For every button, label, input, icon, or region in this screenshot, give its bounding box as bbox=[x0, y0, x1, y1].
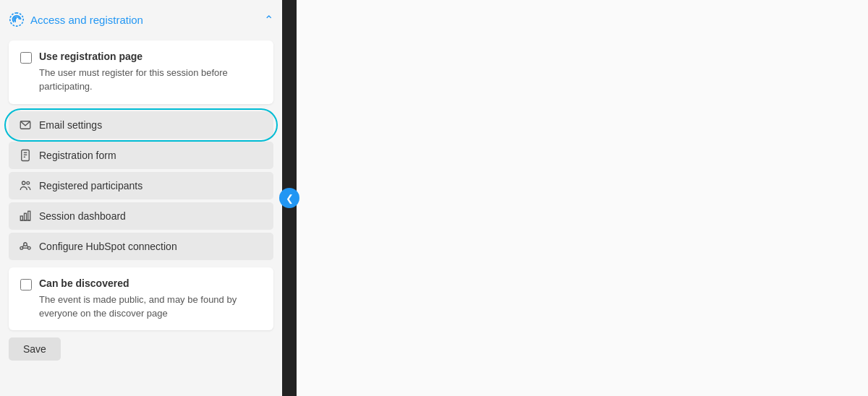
can-be-discovered-desc: The event is made public, and may be fou… bbox=[39, 293, 262, 321]
email-icon bbox=[19, 119, 32, 132]
svg-line-14 bbox=[27, 245, 28, 246]
section-header: Access and registration ⌃ bbox=[9, 9, 273, 33]
svg-rect-8 bbox=[25, 213, 27, 220]
chevron-up-icon[interactable]: ⌃ bbox=[264, 13, 273, 27]
use-registration-checkbox[interactable] bbox=[20, 52, 32, 64]
menu-item-email-settings-label: Email settings bbox=[39, 119, 102, 131]
use-registration-desc: The user must register for this session … bbox=[39, 66, 262, 94]
menu-item-session-dashboard-label: Session dashboard bbox=[39, 210, 126, 222]
svg-rect-9 bbox=[28, 211, 30, 220]
svg-point-13 bbox=[20, 246, 23, 249]
svg-point-11 bbox=[24, 242, 27, 246]
svg-point-12 bbox=[27, 246, 30, 249]
can-be-discovered-checkbox[interactable] bbox=[20, 279, 32, 290]
can-be-discovered-row: Can be discovered The event is made publ… bbox=[20, 277, 262, 321]
collapse-icon: ❮ bbox=[286, 193, 294, 204]
menu-item-registration-form-label: Registration form bbox=[39, 150, 116, 161]
menu-list: Email settings Registration form Registe… bbox=[9, 111, 273, 260]
svg-rect-1 bbox=[22, 150, 30, 160]
section-title: Access and registration bbox=[9, 12, 143, 27]
document-icon bbox=[19, 149, 32, 162]
menu-item-configure-hubspot-label: Configure HubSpot connection bbox=[39, 241, 177, 252]
use-registration-row: Use registration page The user must regi… bbox=[20, 51, 262, 94]
left-panel: Access and registration ⌃ Use registrati… bbox=[0, 0, 282, 396]
svg-rect-7 bbox=[20, 216, 22, 220]
can-be-discovered-title: Can be discovered bbox=[39, 277, 262, 289]
svg-point-5 bbox=[22, 181, 26, 185]
menu-item-registration-form[interactable]: Registration form bbox=[9, 142, 273, 169]
section-title-text: Access and registration bbox=[30, 14, 143, 26]
use-registration-title: Use registration page bbox=[39, 51, 262, 62]
svg-line-15 bbox=[22, 245, 24, 246]
divider-panel: ❮ bbox=[282, 0, 297, 396]
right-panel bbox=[297, 0, 868, 396]
menu-item-registered-participants[interactable]: Registered participants bbox=[9, 172, 273, 199]
menu-item-registered-participants-label: Registered participants bbox=[39, 180, 142, 191]
svg-point-6 bbox=[27, 181, 30, 184]
collapse-panel-button[interactable]: ❮ bbox=[279, 188, 299, 208]
use-registration-card: Use registration page The user must regi… bbox=[9, 40, 273, 104]
can-be-discovered-card: Can be discovered The event is made publ… bbox=[9, 267, 273, 331]
fingerprint-icon bbox=[9, 12, 25, 27]
hubspot-icon bbox=[19, 240, 32, 253]
chart-icon bbox=[19, 210, 32, 223]
save-button[interactable]: Save bbox=[9, 337, 61, 361]
menu-item-session-dashboard[interactable]: Session dashboard bbox=[9, 202, 273, 230]
people-icon bbox=[19, 179, 32, 192]
menu-item-email-settings[interactable]: Email settings bbox=[9, 111, 273, 139]
menu-item-configure-hubspot[interactable]: Configure HubSpot connection bbox=[9, 233, 273, 260]
